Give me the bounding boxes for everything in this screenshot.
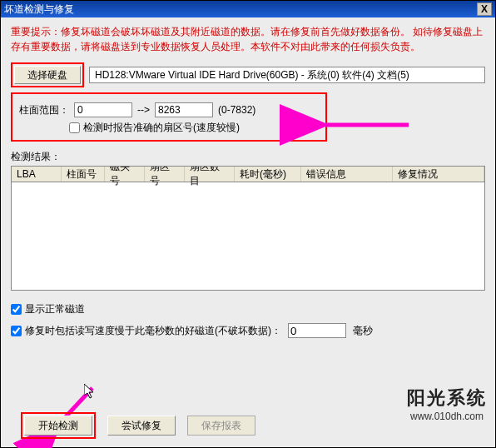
disk-info-field: HD128:VMware Virtual IDE Hard Drive(60GB…: [89, 67, 485, 83]
range-to-input[interactable]: [155, 102, 213, 117]
th-sector-count[interactable]: 扇区数目: [185, 167, 235, 182]
watermark-title: 阳光系统: [407, 386, 487, 411]
save-report-button[interactable]: 保存报表: [187, 416, 255, 436]
slow-ms-input[interactable]: [288, 323, 346, 338]
watermark: 阳光系统 www.010dh.com: [407, 386, 487, 422]
include-slow-label: 修复时包括读写速度慢于此毫秒数的好磁道(不破坏数据)：: [25, 324, 281, 338]
select-disk-button[interactable]: 选择硬盘: [14, 66, 81, 84]
slow-ms-unit: 毫秒: [353, 324, 373, 338]
warning-text: 重要提示：修复坏磁道会破坏坏磁道及其附近磁道的数据。请在修复前首先做好数据备份。…: [11, 24, 485, 54]
th-time[interactable]: 耗时(毫秒): [235, 167, 301, 182]
th-error[interactable]: 错误信息: [301, 167, 393, 182]
cylinder-range-box: 柱面范围： --> (0-7832) 检测时报告准确的扇区号(速度较慢): [11, 92, 327, 142]
results-label: 检测结果：: [11, 150, 485, 164]
results-table[interactable]: LBA 柱面号 磁头号 扇区号 扇区数目 耗时(毫秒) 错误信息 修复情况: [11, 166, 485, 291]
range-from-input[interactable]: [74, 102, 132, 117]
window-title: 坏道检测与修复: [4, 2, 477, 17]
start-scan-button[interactable]: 开始检测: [24, 416, 92, 436]
accurate-sector-checkbox[interactable]: [69, 122, 80, 133]
range-hint: (0-7832): [218, 104, 255, 116]
table-header: LBA 柱面号 磁头号 扇区号 扇区数目 耗时(毫秒) 错误信息 修复情况: [12, 167, 484, 182]
th-lba[interactable]: LBA: [12, 167, 62, 182]
annotation-arrow-1: [317, 117, 409, 132]
th-sector[interactable]: 扇区号: [145, 167, 185, 182]
include-slow-checkbox[interactable]: [11, 326, 22, 336]
watermark-url: www.010dh.com: [407, 411, 487, 422]
th-repair[interactable]: 修复情况: [393, 167, 484, 182]
th-head[interactable]: 磁头号: [105, 167, 145, 182]
close-icon[interactable]: X: [477, 2, 492, 16]
show-normal-checkbox[interactable]: [11, 304, 22, 315]
th-cylinder[interactable]: 柱面号: [62, 167, 105, 182]
try-repair-button[interactable]: 尝试修复: [107, 416, 176, 436]
range-label: 柱面范围：: [19, 103, 69, 117]
show-normal-label: 显示正常磁道: [25, 302, 85, 316]
accurate-sector-label: 检测时报告准确的扇区号(速度较慢): [83, 121, 240, 135]
range-arrow: -->: [137, 104, 150, 116]
